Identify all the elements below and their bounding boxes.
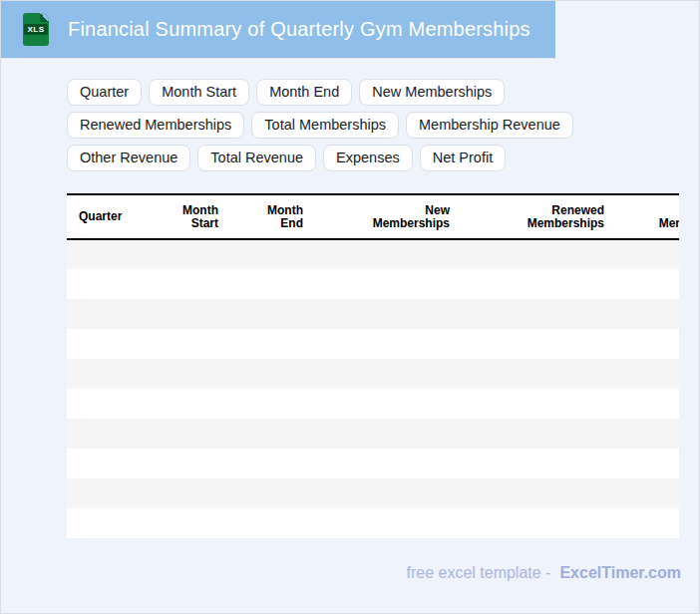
table-cell-empty [67, 508, 157, 538]
table-cell-empty [230, 299, 315, 329]
column-header-new-memberships: NewMemberships [315, 194, 462, 239]
table-cell-empty [315, 239, 462, 269]
tag-chip-month-end[interactable]: Month End [256, 79, 352, 106]
table-cell-empty [157, 239, 230, 269]
tag-chip-net-profit[interactable]: Net Profit [420, 145, 506, 171]
table-cell-empty [67, 329, 157, 359]
table-cell-empty [616, 299, 679, 329]
tag-chip-other-revenue[interactable]: Other Revenue [67, 145, 190, 171]
table-cell-empty [462, 419, 616, 449]
table-cell-empty [315, 419, 462, 449]
table-cell-empty [462, 389, 616, 419]
table-row [67, 419, 679, 449]
table-cell-empty [462, 359, 616, 389]
column-header-renewed-memberships: RenewedMemberships [462, 194, 616, 239]
membership-summary-table: QuarterMonthStartMonthEndNewMembershipsR… [67, 193, 679, 538]
table-cell-empty [230, 359, 315, 389]
table-cell-empty [230, 419, 315, 449]
table-cell-empty [462, 299, 616, 329]
tag-chip-membership-revenue[interactable]: Membership Revenue [406, 112, 573, 139]
table-cell-empty [230, 478, 315, 508]
table-cell-empty [67, 449, 157, 478]
tag-chip-month-start[interactable]: Month Start [149, 79, 249, 106]
table-row [67, 359, 679, 389]
table-row [67, 478, 679, 508]
table-cell-empty [67, 239, 157, 269]
xls-file-icon: XLS [23, 13, 49, 46]
table-cell-empty [616, 478, 679, 508]
table-row [67, 508, 679, 538]
column-header-month-end: MonthEnd [230, 194, 315, 239]
table-row [67, 269, 679, 299]
table-cell-empty [462, 508, 616, 538]
table-cell-empty [230, 508, 315, 538]
table-cell-empty [616, 389, 679, 419]
table-row [67, 389, 679, 419]
table-cell-empty [315, 449, 462, 478]
tag-chip-expenses[interactable]: Expenses [323, 145, 413, 171]
page-footer: free excel template - ExcelTimer.com [1, 564, 681, 582]
tag-chip-total-memberships[interactable]: Total Memberships [251, 112, 399, 139]
tag-chip-new-memberships[interactable]: New Memberships [359, 79, 505, 106]
table-cell-empty [616, 329, 679, 359]
table-cell-empty [157, 478, 230, 508]
table-cell-empty [67, 419, 157, 449]
tag-chip-quarter[interactable]: Quarter [67, 79, 142, 106]
table-cell-empty [230, 269, 315, 299]
table-cell-empty [616, 508, 679, 538]
table-cell-empty [462, 269, 616, 299]
footer-caption: free excel template - [406, 564, 550, 582]
table-cell-empty [157, 508, 230, 538]
tag-chip-renewed-memberships[interactable]: Renewed Memberships [67, 112, 244, 139]
table-cell-empty [67, 299, 157, 329]
table-cell-empty [157, 359, 230, 389]
file-fold-corner-icon [40, 13, 49, 22]
table-header-row: QuarterMonthStartMonthEndNewMembershipsR… [67, 194, 679, 239]
table-cell-empty [462, 239, 616, 269]
table-cell-empty [157, 419, 230, 449]
tag-chip-total-revenue[interactable]: Total Revenue [197, 145, 316, 171]
table-cell-empty [157, 389, 230, 419]
column-header-month-start: MonthStart [157, 194, 230, 239]
table-cell-empty [230, 389, 315, 419]
table-cell-empty [616, 449, 679, 478]
table-clip-container: QuarterMonthStartMonthEndNewMembershipsR… [67, 193, 679, 538]
table-cell-empty [315, 299, 462, 329]
table-cell-empty [616, 239, 679, 269]
table-cell-empty [315, 478, 462, 508]
table-cell-empty [157, 329, 230, 359]
column-tag-list: QuarterMonth StartMonth EndNew Membershi… [67, 79, 680, 171]
table-cell-empty [315, 389, 462, 419]
table-cell-empty [67, 269, 157, 299]
table-row [67, 449, 679, 478]
table-cell-empty [230, 239, 315, 269]
page-header: XLS Financial Summary of Quarterly Gym M… [1, 1, 555, 58]
table-cell-empty [67, 359, 157, 389]
column-header-quarter: Quarter [67, 194, 157, 239]
exceltimer-brand-link[interactable]: ExcelTimer.com [559, 564, 681, 582]
table-cell-empty [315, 359, 462, 389]
page-title: Financial Summary of Quarterly Gym Membe… [68, 18, 530, 41]
table-row [67, 299, 679, 329]
table-cell-empty [67, 478, 157, 508]
table-cell-empty [157, 299, 230, 329]
table-cell-empty [315, 269, 462, 299]
table-cell-empty [462, 329, 616, 359]
table-cell-empty [230, 329, 315, 359]
table-cell-empty [67, 389, 157, 419]
table-cell-empty [230, 449, 315, 478]
xls-icon-label: XLS [24, 24, 48, 35]
template-preview-page: { "header": { "title": "Financial Summar… [0, 0, 700, 614]
table-cell-empty [616, 419, 679, 449]
table-cell-empty [462, 478, 616, 508]
table-cell-empty [462, 449, 616, 478]
table-cell-empty [616, 359, 679, 389]
table-cell-empty [315, 329, 462, 359]
table-row [67, 329, 679, 359]
column-header-total-memberships: TotalMemberships [616, 194, 679, 239]
table-cell-empty [157, 269, 230, 299]
table-cell-empty [616, 269, 679, 299]
table-cell-empty [315, 508, 462, 538]
table-cell-empty [157, 449, 230, 478]
table-row [67, 239, 679, 269]
